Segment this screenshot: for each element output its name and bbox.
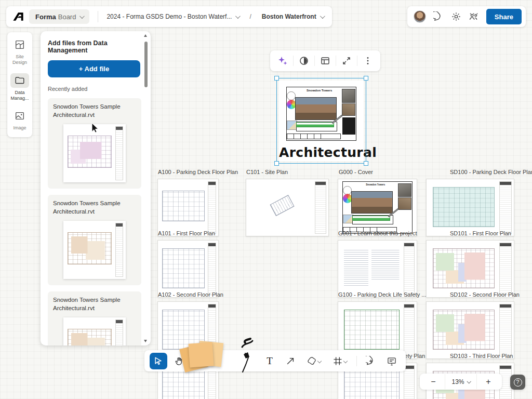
file-thumbnail	[63, 221, 126, 279]
scrollbar-thumb[interactable]	[144, 42, 148, 87]
sheet-drawing	[344, 371, 400, 399]
sheet-titleblock	[315, 181, 326, 234]
settings-gear-icon[interactable]	[451, 11, 461, 22]
file-thumbnail	[63, 317, 126, 345]
sheet-label: SD102 - Second Floor Plan	[450, 291, 520, 298]
panel-scrollbar[interactable]	[144, 36, 148, 338]
sheet-G000[interactable]: Snowdon Towers	[338, 179, 417, 236]
selected-item-caption: Architectural	[279, 145, 364, 160]
left-tool-rail: Site Design Data Manag... Image	[7, 32, 32, 137]
comment-tool[interactable]	[362, 353, 380, 369]
avatar[interactable]	[414, 10, 426, 23]
sidebar-item-data-management[interactable]: Data Manag...	[7, 73, 32, 102]
share-button[interactable]: Share	[486, 9, 522, 24]
sheet-drawing	[344, 248, 400, 288]
cover-title: Snowdon Towers	[354, 183, 397, 186]
sheet-drawing	[433, 310, 495, 349]
autodesk-logo-icon	[12, 11, 24, 22]
sticky-note	[188, 342, 214, 367]
help-button[interactable]: ?	[510, 375, 525, 390]
resize-handle[interactable]	[364, 76, 368, 81]
top-app-bar: Forma Board 2024 - Forma GSDS Demo - Bos…	[6, 6, 332, 27]
pen-tool[interactable]	[235, 336, 260, 373]
sheet-label: SD100 - Parking Deck Floor Plan	[450, 169, 532, 175]
zoom-out-button[interactable]: −	[422, 374, 445, 389]
site-design-icon	[14, 39, 25, 50]
contrast-icon[interactable]	[295, 52, 313, 69]
sheet-titleblock	[499, 181, 512, 234]
cover-artwork: Snowdon Towers	[282, 85, 361, 143]
sheet-label: SD103 - Third Floor Plan	[450, 353, 513, 359]
recently-added-label: Recently added	[48, 86, 140, 92]
building-photo	[296, 98, 337, 120]
sidebar-item-site-design[interactable]: Site Design	[7, 37, 32, 66]
zoom-level-dropdown[interactable]: 13%	[445, 374, 477, 389]
board-switcher[interactable]: Forma Board	[29, 9, 89, 24]
sheet-A100[interactable]	[157, 179, 219, 236]
chevron-down-icon[interactable]	[317, 358, 322, 363]
chat-icon[interactable]	[433, 11, 444, 22]
sheet-G001[interactable]	[338, 240, 417, 298]
zoom-controls: − 13% +	[420, 374, 502, 390]
sticky-note-tool[interactable]	[181, 339, 229, 371]
sheet-label: A101 - First Floor Plan	[158, 230, 215, 236]
sheet-drawing	[433, 187, 495, 227]
sheet-drawing	[252, 187, 310, 227]
selected-cover-item[interactable]: Snowdon Towers Architectural	[279, 81, 364, 161]
sheet-label: A102 - Second Floor Plan	[158, 291, 223, 298]
sheet-drawing	[433, 248, 495, 288]
file-card-title: Snowdon Towers Sample Architectural.rvt	[53, 296, 136, 312]
cover-title: Snowdon Towers	[298, 89, 341, 92]
resize-handle[interactable]	[364, 161, 368, 166]
sheet-drawing	[162, 191, 205, 221]
chevron-down-icon	[467, 379, 471, 383]
resize-handle[interactable]	[274, 76, 279, 81]
cover-artwork: Snowdon Towers	[338, 179, 417, 236]
shape-tool[interactable]	[302, 353, 325, 369]
layout-icon[interactable]	[316, 52, 335, 69]
expand-icon[interactable]	[337, 52, 356, 69]
resize-handle[interactable]	[274, 161, 279, 166]
sheet-label: G000 - Cover	[339, 169, 373, 175]
selection-toolbar	[270, 50, 380, 71]
chevron-down-icon[interactable]	[343, 358, 348, 363]
arrow-tool[interactable]	[282, 353, 299, 369]
sheet-drawing	[162, 371, 205, 399]
file-card[interactable]: Snowdon Towers Sample Architectural.rvt	[48, 98, 141, 189]
file-thumbnail	[63, 124, 126, 182]
chevron-down-icon	[79, 14, 85, 19]
sheet-C101[interactable]	[246, 179, 329, 236]
sheet-drawing	[162, 248, 205, 288]
zoom-in-button[interactable]: +	[477, 374, 500, 389]
chevron-down-icon	[320, 14, 325, 19]
sheet-label: A100 - Parking Deck Floor Plan	[158, 169, 238, 175]
collaborators-icon[interactable]	[469, 11, 479, 22]
select-tool[interactable]	[150, 353, 167, 369]
sheet-label: G001 - Learn about this project	[338, 230, 417, 236]
sheet-titleblock	[404, 304, 415, 356]
building-photo	[352, 192, 393, 213]
sheet-SD101[interactable]	[426, 240, 514, 298]
sheet-titleblock	[499, 304, 512, 356]
add-file-button[interactable]: + Add file	[48, 60, 140, 77]
breadcrumb-project[interactable]: 2024 - Forma GSDS Demo - Boston Waterf..…	[107, 13, 239, 20]
sheet-titleblock	[404, 365, 415, 399]
file-card[interactable]: Snowdon Towers Sample Architectural.rvt	[48, 195, 141, 285]
sheet-SD100[interactable]	[426, 179, 514, 236]
sheet-A101[interactable]	[157, 240, 219, 298]
frame-tool[interactable]	[328, 353, 351, 369]
app-name: Forma	[35, 13, 56, 21]
more-icon[interactable]	[358, 52, 377, 69]
breadcrumb-page[interactable]: Boston Waterfront	[262, 13, 324, 20]
file-card-title: Snowdon Towers Sample Architectural.rvt	[53, 103, 136, 119]
present-tool[interactable]	[383, 353, 401, 369]
sheet-label: G100 - Parking Deck Life Safety ...	[338, 291, 426, 298]
text-tool[interactable]: T	[261, 353, 278, 369]
sheet-label: SD101 - First Floor Plan	[450, 230, 511, 236]
file-card[interactable]: Snowdon Towers Sample Architectural.rvt	[48, 291, 141, 345]
sheet-SD102[interactable]	[426, 301, 514, 359]
scroll-down-arrow[interactable]	[144, 340, 147, 342]
sheet-titleblock	[208, 181, 216, 234]
ai-sparkle-icon[interactable]	[273, 52, 292, 69]
sidebar-item-image[interactable]: Image	[7, 109, 32, 131]
